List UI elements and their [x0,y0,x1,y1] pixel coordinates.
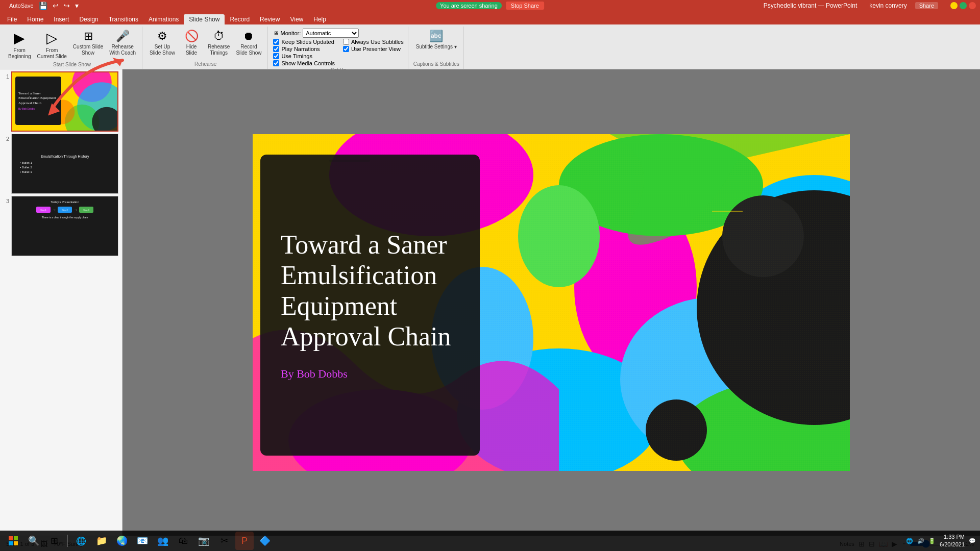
monitor-selector[interactable]: 🖥 Monitor: Automatic [273,29,359,38]
custom-slide-icon: ⊞ [84,30,93,43]
keep-slides-checkbox[interactable]: Keep Slides Updated [273,39,335,45]
slide-num-3: 3 [2,198,9,204]
slide-thumbnail-3[interactable]: 3 Today's Presentation Step 1 → Step 2 →… [2,196,120,256]
ribbon-group-captions: 🔤 Subtitle Settings ▾ Captions & Subtitl… [409,27,464,69]
main-area: 1 Toward a Saner Emulsification Equipmen… [0,69,980,536]
presenter-view-label: Use Presenter View [351,46,401,52]
keep-slides-label: Keep Slides Updated [281,39,334,45]
other-app[interactable]: 🔷 [256,532,274,550]
rehearse-timings-label: RehearseTimings [208,44,230,56]
redo-btn[interactable]: ↪ [63,2,71,10]
show-media-label: Show Media Controls [281,60,335,66]
setup-group-content: 🖥 Monitor: Automatic Keep Slides Updated… [273,27,403,66]
edge-browser[interactable]: 🌐 [72,532,90,550]
slide-canvas: Toward a Saner Emulsification Equipment … [122,69,980,536]
store-app[interactable]: 🛍 [174,532,192,550]
svg-rect-28 [14,536,18,540]
ribbon-group-content: ▶ FromBeginning ▷ FromCurrent Slide ⊞ Cu… [6,27,138,61]
custom-slide-button[interactable]: ⊞ Custom SlideShow [71,29,105,57]
play-narrations-checkbox[interactable]: Play Narrations [273,46,335,52]
volume-icon[interactable]: 🔊 [917,538,924,544]
monitor-dropdown[interactable]: Automatic [303,29,359,38]
setup-button[interactable]: ⚙ Set UpSlide Show [148,29,177,57]
tab-home[interactable]: Home [22,14,48,24]
from-beginning-button[interactable]: ▶ FromBeginning [6,29,33,61]
record-icon: ⏺ [243,30,254,43]
monitor-label: 🖥 Monitor: [273,30,301,36]
taskbar-sep-1 [67,535,68,547]
arrow-annotation [122,69,133,116]
ribbon-tabs: File Home Insert Design Transitions Anim… [0,11,980,24]
file-explorer[interactable]: 📁 [92,532,111,550]
tab-design[interactable]: Design [74,14,103,24]
network-icon[interactable]: 🌐 [906,538,913,544]
time: 1:33 PM [940,533,965,541]
tab-slideshow[interactable]: Slide Show [184,14,225,24]
taskbar-right: 🌐 🔊 🔋 1:33 PM 6/20/2021 💬 [906,533,976,549]
presenter-view-checkbox[interactable]: Use Presenter View [343,46,404,52]
subtitle-settings-button[interactable]: 🔤 Subtitle Settings ▾ [414,29,459,51]
from-beginning-label: FromBeginning [8,47,31,60]
photos-app[interactable]: 📷 [194,532,213,550]
tab-view[interactable]: View [285,14,308,24]
ribbon-group-start-slideshow: ▶ FromBeginning ▷ FromCurrent Slide ⊞ Cu… [2,27,142,69]
snip-tool[interactable]: ✂ [215,532,233,550]
left-col: Keep Slides Updated Play Narrations Use … [273,39,335,66]
task-view[interactable]: ⊞ [45,532,63,550]
rehearse-coach-icon: 🎤 [116,30,130,43]
hide-slide-label: HideSlide [186,44,197,56]
powerpoint-app[interactable]: P [235,532,254,550]
hide-slide-icon: 🚫 [185,30,199,43]
share-btn[interactable]: Share [915,2,938,9]
chrome-browser[interactable]: 🌏 [113,532,131,550]
rehearse-timings-button[interactable]: ⏱ RehearseTimings [206,29,232,57]
slide-thumbnail-2[interactable]: 2 Emulsification Through History • Bulle… [2,134,120,194]
screen-share-badge: You are screen sharing [436,2,502,9]
start-button[interactable] [4,532,22,550]
setup-columns: Keep Slides Updated Play Narrations Use … [273,39,403,66]
tab-record[interactable]: Record [225,14,255,24]
customize-qa[interactable]: ▾ [74,2,80,10]
svg-rect-30 [14,541,18,545]
undo-btn[interactable]: ↩ [52,2,60,10]
slide-3-thumbnail: Today's Presentation Step 1 → Step 2 → S… [11,196,118,256]
tab-review[interactable]: Review [255,14,285,24]
from-current-button[interactable]: ▷ FromCurrent Slide [35,29,68,61]
quick-access-toolbar: AutoSave 💾 ↩ ↪ ▾ [4,0,84,11]
hide-slide-button[interactable]: 🚫 HideSlide [179,29,204,57]
autosave-toggle[interactable]: AutoSave [8,3,35,9]
record-slideshow-button[interactable]: ⏺ RecordSlide Show [234,29,263,57]
setup-label: Set UpSlide Show [150,44,175,56]
teams-app[interactable]: 👥 [154,532,172,550]
rehearse-coach-label: RehearseWith Coach [109,44,136,56]
custom-slide-label: Custom SlideShow [73,44,103,56]
show-media-checkbox[interactable]: Show Media Controls [273,60,335,66]
tab-file[interactable]: File [2,14,22,24]
rehearse-label: Rehearse [194,60,216,69]
save-btn[interactable]: 💾 [38,2,48,10]
notification-icon[interactable]: 💬 [969,538,976,544]
slide-main-title: Toward a Saner Emulsification Equipment … [281,230,459,352]
setup-icon: ⚙ [157,30,167,43]
close-button[interactable]: ✕ [969,2,976,9]
clock[interactable]: 1:33 PM 6/20/2021 [940,533,965,549]
slide-thumbnail-1[interactable]: 1 Toward a Saner Emulsification Equipmen… [2,71,120,132]
tab-animations[interactable]: Animations [143,14,184,24]
always-subtitles-checkbox[interactable]: Always Use Subtitles [343,39,404,45]
slide-2-thumbnail: Emulsification Through History • Bullet … [11,134,118,194]
user-name: kevin convery [869,2,906,9]
search-taskbar[interactable]: 🔍 [24,532,43,550]
captions-content: 🔤 Subtitle Settings ▾ [414,27,459,60]
use-timings-label: Use Timings [281,53,312,59]
minimize-button[interactable]: _ [950,2,958,9]
mail-app[interactable]: 📧 [133,532,152,550]
rehearse-coach-button[interactable]: 🎤 RehearseWith Coach [107,29,138,57]
tab-help[interactable]: Help [308,14,331,24]
subtitle-settings-icon: 🔤 [429,30,443,43]
stop-share-button[interactable]: Stop Share [506,2,544,10]
tab-insert[interactable]: Insert [48,14,74,24]
tab-transitions[interactable]: Transitions [104,14,143,24]
use-timings-checkbox[interactable]: Use Timings [273,53,335,59]
restore-button[interactable]: □ [960,2,967,9]
title-bar: AutoSave 💾 ↩ ↪ ▾ You are screen sharing … [0,0,980,11]
